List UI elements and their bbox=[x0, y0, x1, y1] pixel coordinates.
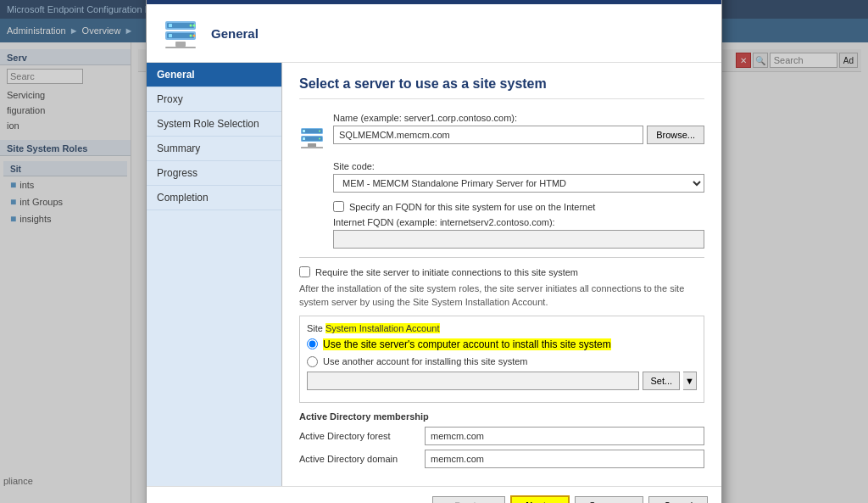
svg-rect-14 bbox=[165, 47, 196, 48]
fqdn-checkbox-row: Specify an FQDN for this site system for… bbox=[333, 201, 704, 212]
modal-overlay: Add Site System Roles Wizard × bbox=[0, 0, 868, 503]
svg-rect-23 bbox=[308, 143, 316, 147]
ad-domain-label: Active Directory domain bbox=[299, 454, 418, 464]
wizard-modal: Add Site System Roles Wizard × bbox=[146, 0, 722, 503]
svg-point-22 bbox=[319, 138, 320, 140]
radio2-row: Use another account for installing this … bbox=[307, 356, 697, 367]
radio2-use-another-account[interactable] bbox=[307, 356, 318, 367]
svg-point-11 bbox=[190, 35, 192, 37]
wizard-nav-general[interactable]: General bbox=[147, 63, 281, 87]
ad-domain-row: Active Directory domain bbox=[299, 450, 704, 468]
require-description: After the installation of the site syste… bbox=[299, 282, 704, 309]
modal-footer: < Previous Next > Summary Cancel bbox=[147, 486, 721, 503]
modal-header-icon bbox=[160, 13, 201, 53]
require-checkbox-label: Require the site server to initiate conn… bbox=[315, 267, 578, 277]
name-input[interactable] bbox=[333, 126, 643, 144]
wizard-page-title: Select a server to use as a site system bbox=[299, 76, 704, 99]
modal-header-title-text: General bbox=[211, 26, 259, 41]
internet-fqdn-input[interactable] bbox=[333, 230, 704, 249]
svg-point-6 bbox=[190, 25, 192, 27]
wizard-nav-completion[interactable]: Completion bbox=[147, 186, 281, 210]
modal-body: General Proxy System Role Selection Summ… bbox=[147, 63, 721, 486]
next-button[interactable]: Next > bbox=[510, 495, 570, 503]
radio1-label: Use the site server's computer account t… bbox=[323, 338, 611, 350]
modal-server-icon bbox=[162, 14, 199, 52]
wizard-nav: General Proxy System Role Selection Summ… bbox=[147, 63, 282, 486]
svg-rect-13 bbox=[175, 42, 186, 47]
internet-fqdn-label: Internet FQDN (example: internetserv2.co… bbox=[333, 217, 704, 227]
svg-point-12 bbox=[193, 35, 196, 37]
svg-rect-24 bbox=[301, 147, 323, 148]
require-checkbox[interactable] bbox=[299, 266, 310, 277]
ad-forest-input[interactable] bbox=[425, 427, 704, 445]
require-checkbox-row: Require the site server to initiate conn… bbox=[299, 266, 704, 277]
previous-button[interactable]: < Previous bbox=[432, 496, 505, 503]
radio2-label: Use another account for installing this … bbox=[323, 356, 528, 366]
name-row-with-icon: Name (example: server1.corp.contoso.com)… bbox=[299, 113, 704, 153]
ad-forest-row: Active Directory forest bbox=[299, 427, 704, 445]
server-icon-wrapper bbox=[299, 125, 325, 153]
wizard-nav-summary[interactable]: Summary bbox=[147, 137, 281, 161]
ad-membership-label: Active Directory membership bbox=[299, 411, 704, 422]
name-input-row: Browse... bbox=[333, 126, 704, 144]
radio1-row: Use the site server's computer account t… bbox=[307, 337, 697, 352]
svg-point-18 bbox=[319, 131, 320, 132]
wizard-nav-system-role-selection[interactable]: System Role Selection bbox=[147, 112, 281, 137]
wizard-nav-proxy[interactable]: Proxy bbox=[147, 87, 281, 112]
install-account-section: Site System Installation Account Use the… bbox=[299, 316, 704, 403]
install-account-label: Site System Installation Account bbox=[307, 323, 697, 333]
set-dropdown-button[interactable]: ▼ bbox=[683, 372, 697, 390]
svg-rect-17 bbox=[303, 130, 305, 132]
cancel-button[interactable]: Cancel bbox=[648, 496, 708, 503]
set-account-row: Set... ▼ bbox=[307, 372, 697, 390]
svg-rect-10 bbox=[169, 34, 172, 37]
server-small-icon bbox=[299, 125, 325, 150]
name-form-row: Name (example: server1.corp.contoso.com)… bbox=[299, 113, 704, 153]
wizard-content-area: Select a server to use as a site system bbox=[282, 63, 721, 486]
fqdn-checkbox[interactable] bbox=[333, 201, 344, 212]
site-code-label: Site code: bbox=[333, 161, 704, 171]
internet-fqdn-form-row: Internet FQDN (example: internetserv2.co… bbox=[333, 217, 704, 249]
set-button[interactable]: Set... bbox=[643, 372, 680, 390]
svg-rect-21 bbox=[303, 137, 305, 140]
radio1-use-computer-account[interactable] bbox=[307, 338, 318, 349]
ad-forest-label: Active Directory forest bbox=[299, 431, 418, 441]
modal-header-section: General bbox=[147, 4, 721, 63]
ad-membership-section: Active Directory membership Active Direc… bbox=[299, 411, 704, 468]
browse-button[interactable]: Browse... bbox=[647, 126, 704, 144]
site-code-form-row: Site code: MEM - MEMCM Standalone Primar… bbox=[333, 161, 704, 193]
ad-domain-input[interactable] bbox=[425, 450, 704, 468]
site-highlight: System Installation Account bbox=[326, 323, 440, 333]
divider-1 bbox=[299, 257, 704, 258]
svg-point-7 bbox=[193, 25, 196, 27]
name-input-section: Name (example: server1.corp.contoso.com)… bbox=[333, 113, 704, 144]
name-label: Name (example: server1.corp.contoso.com)… bbox=[333, 113, 704, 123]
site-code-select[interactable]: MEM - MEMCM Standalone Primary Server fo… bbox=[333, 174, 704, 193]
wizard-nav-progress[interactable]: Progress bbox=[147, 161, 281, 186]
summary-button[interactable]: Summary bbox=[575, 496, 643, 503]
svg-rect-5 bbox=[169, 24, 172, 27]
account-input[interactable] bbox=[307, 372, 639, 390]
fqdn-checkbox-label: Specify an FQDN for this site system for… bbox=[349, 202, 595, 212]
